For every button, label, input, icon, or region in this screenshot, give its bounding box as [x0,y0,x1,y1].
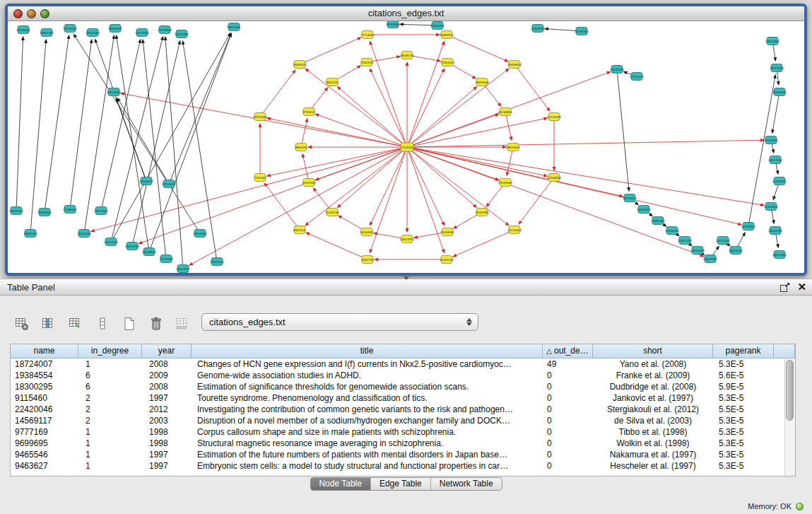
network-node[interactable]: 10197433 [302,179,316,187]
table-cell[interactable]: 49 [543,358,593,370]
table-cell[interactable]: Structural magnetic resonance image aver… [192,438,543,449]
table-cell[interactable]: Stergiakouli et al. (2012) [593,404,713,415]
network-node[interactable]: 16648794 [610,66,624,74]
table-cell[interactable]: Embryonic stem cells: a model to study s… [192,460,543,472]
network-node[interactable]: 9735612 [302,108,315,116]
table-cell[interactable]: 9463627 [11,460,78,472]
table-cell[interactable]: 0 [543,449,593,460]
network-edge[interactable] [16,37,23,211]
table-cell[interactable]: 5.3E-5 [713,358,774,370]
network-node[interactable]: 11015443 [507,226,522,234]
network-edge[interactable] [407,147,547,176]
table-cell[interactable]: Genome-wide association studies in ADHD. [192,370,543,381]
network-node[interactable]: 21356014 [665,227,679,235]
network-node[interactable]: 22553012 [162,180,176,188]
table-cell[interactable]: 2008 [142,381,192,392]
network-node[interactable]: 24609315 [703,255,717,263]
table-cell[interactable]: 0 [543,404,593,415]
table-row[interactable]: 1938455462009Genome-wide association stu… [11,370,784,381]
network-node[interactable]: 24705354 [175,30,189,38]
network-edge[interactable] [305,147,407,226]
network-node[interactable]: 19014904 [135,29,149,37]
network-edge[interactable] [149,33,231,252]
table-cell[interactable]: 19384554 [11,370,78,381]
network-node[interactable]: 19344501 [637,206,651,214]
close-window-icon[interactable] [13,9,23,18]
table-cell[interactable]: 1997 [142,460,192,472]
column-header-year[interactable]: year [142,344,192,358]
network-canvas[interactable]: 1724023185146121703354416262986153180311… [8,21,804,273]
network-node[interactable]: 22419608 [764,203,778,211]
table-row[interactable]: 946554611997Estimation of the future num… [11,449,784,460]
column-header-short[interactable]: short [593,344,713,358]
show-columns-icon[interactable] [40,315,58,333]
network-node[interactable]: 18790312 [623,194,637,202]
network-edge[interactable] [519,177,554,224]
network-edge[interactable] [165,37,183,269]
table-cell[interactable]: Nakamura et al. (1997) [593,449,713,460]
table-row[interactable]: 911546021997Tourette syndrome. Phenomeno… [11,392,784,404]
network-node[interactable]: 23520709 [768,227,782,235]
column-header-name[interactable]: name [11,344,78,358]
network-node[interactable]: 8823216 [293,226,306,234]
network-node[interactable]: 18015204 [772,88,787,96]
table-cell[interactable]: 5.3E-5 [713,426,774,438]
network-edge[interactable] [260,70,295,117]
network-node[interactable]: 20513045 [63,25,77,33]
network-node[interactable]: 10441570 [440,256,454,264]
table-cell[interactable]: Wolkin et al. (1998) [593,438,713,449]
network-node[interactable]: 22407718 [678,237,692,245]
add-column-icon[interactable] [66,315,85,333]
table-cell[interactable]: 5.3E-5 [713,449,774,460]
network-table-select[interactable]: citations_edges.txt [201,313,478,331]
network-node[interactable]: 19116305 [764,136,778,144]
network-edge[interactable] [514,64,550,111]
network-node[interactable]: 9462735 [361,256,374,264]
table-row[interactable]: 1830029562008Estimation of significance … [11,381,784,392]
network-node[interactable]: 15246801 [498,108,512,116]
network-node[interactable]: 27115209 [159,255,173,263]
table-cell[interactable]: 0 [543,415,593,426]
table-cell[interactable]: Corpus callosum shape and size in male p… [192,426,543,438]
network-node[interactable]: 18039035 [108,25,122,33]
network-node[interactable]: 18495520 [293,61,307,69]
network-node[interactable]: 19565501 [23,230,37,238]
network-edge[interactable] [143,40,166,259]
network-edge[interactable] [189,147,407,265]
network-edge[interactable] [301,119,307,147]
table-cell[interactable]: 1 [78,460,142,472]
network-node[interactable]: 19306204 [430,22,445,30]
table-cell[interactable]: Hescheler et al. (1997) [593,460,713,472]
network-edge[interactable] [370,147,407,226]
table-scrollbar[interactable] [784,358,795,476]
network-edge[interactable] [305,69,407,147]
network-node[interactable]: 9856491 [295,144,307,151]
table-cell[interactable]: 1998 [142,438,192,449]
table-row[interactable]: 1456911722003Disruption of a novel membe… [11,415,784,426]
table-cell[interactable]: Estimation of the future numbers of pati… [192,449,543,460]
table-cell[interactable]: 5.3E-5 [713,460,774,472]
window-titlebar[interactable]: citations_edges.txt [8,6,804,21]
network-edge[interactable] [70,40,92,209]
table-cell[interactable]: Yano et al. (2008) [593,358,713,370]
table-cell[interactable]: 18300295 [11,381,78,392]
network-node[interactable]: 19132094 [253,113,267,121]
table-cell[interactable]: 2003 [142,415,192,426]
network-edge[interactable] [407,69,509,147]
network-edge[interactable] [267,147,407,176]
column-header-out-de-[interactable]: △out_de… [543,344,593,358]
network-node[interactable]: 16582044 [475,78,489,86]
table-cell[interactable]: 6 [78,370,142,381]
table-row[interactable]: 977716911998Corpus callosum shape and si… [11,426,784,438]
table-cell[interactable]: 0 [543,426,593,438]
zoom-window-icon[interactable] [40,9,49,18]
close-panel-icon[interactable]: ✕ [797,282,806,292]
table-cell[interactable]: Disruption of a novel member of a sodium… [192,415,543,426]
network-edge[interactable] [183,41,217,262]
table-cell[interactable]: 9465546 [11,449,78,460]
network-node[interactable]: 30025514 [210,258,224,266]
table-cell[interactable]: Jankovic et al. (1997) [593,392,713,404]
network-node[interactable]: 20056804 [37,209,52,216]
table-cell[interactable]: 2 [78,415,142,426]
network-node[interactable]: 21318507 [772,177,787,185]
